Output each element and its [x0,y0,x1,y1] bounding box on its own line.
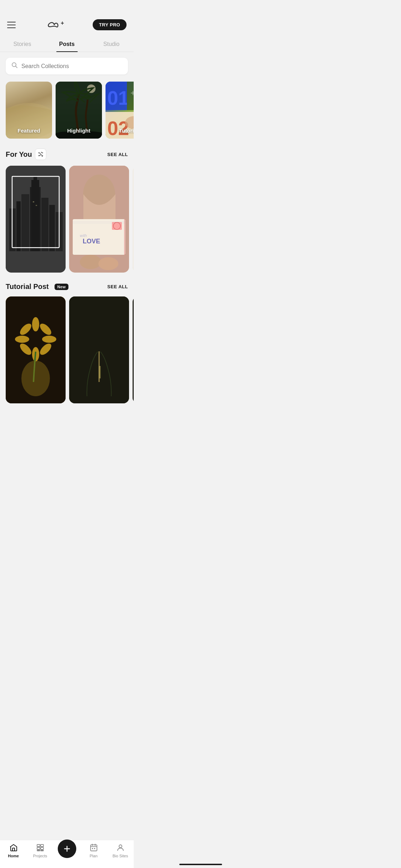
collection-card-featured[interactable]: Featured [6,82,52,139]
search-bar[interactable] [6,58,128,74]
tutorial-title: Tutorial Post New [6,283,68,291]
svg-text:01: 01 [107,87,129,109]
svg-rect-37 [124,219,125,255]
for-you-templates-row: with LOVE [0,166,134,274]
search-icon [11,62,18,70]
svg-point-38 [80,255,101,269]
svg-point-39 [98,257,118,270]
collection-label-tutorial: Tutorial [106,128,134,134]
svg-line-1 [16,66,17,68]
for-you-see-all[interactable]: SEE ALL [107,152,128,157]
svg-point-61 [21,361,50,396]
svg-rect-26 [36,205,37,206]
collection-label-featured: Featured [6,128,52,134]
svg-text:LOVE: LOVE [83,238,100,245]
header: + TRY PRO [0,0,134,35]
svg-rect-74 [133,296,134,403]
search-input[interactable] [21,63,122,69]
tab-studio[interactable]: Studio [89,37,134,52]
menu-icon[interactable] [7,22,16,28]
collection-card-highlight[interactable]: Highlight [56,82,102,139]
for-you-section-header: For You SEE ALL [6,149,128,160]
svg-rect-22 [49,205,55,251]
collections-row: Featured [0,82,134,140]
template-card-sunflower[interactable] [6,296,66,403]
try-pro-button[interactable]: TRY PRO [93,19,127,30]
template-card-city[interactable] [6,166,66,273]
tab-stories[interactable]: Stories [0,37,45,52]
shuffle-button[interactable] [35,149,46,160]
svg-rect-64 [69,296,129,403]
logo-plus-symbol: + [61,20,64,26]
svg-text:+: + [130,88,134,98]
collection-card-tutorial[interactable]: 01 + 02 Tutorial [106,82,134,139]
svg-text:with: with [80,233,87,238]
svg-rect-16 [16,201,21,251]
svg-rect-40 [133,166,134,273]
template-card-mood[interactable]: II Based on My Mood [133,296,134,403]
svg-rect-19 [31,180,39,251]
tabs-bar: Stories Posts Studio [0,35,134,52]
logo-icon [44,20,59,30]
svg-rect-21 [41,198,48,251]
svg-text:I: I [97,362,102,382]
svg-rect-17 [21,194,29,251]
for-you-title: For You [6,149,46,160]
main-content: Featured [0,52,134,440]
svg-point-52 [32,317,39,331]
new-badge: New [55,284,69,290]
template-card-candle[interactable]: I [69,296,129,403]
tutorial-section: Tutorial Post New SEE ALL [6,283,128,405]
svg-point-59 [42,336,56,343]
svg-rect-25 [33,201,34,202]
tutorial-see-all[interactable]: SEE ALL [107,284,128,289]
logo-area: + [44,20,64,30]
svg-rect-20 [34,176,37,187]
collection-label-highlight: Highlight [56,128,102,134]
template-card-love[interactable]: with LOVE [69,166,129,273]
template-card-minimal[interactable] [133,166,134,273]
tab-posts[interactable]: Posts [45,37,89,52]
svg-point-58 [15,336,29,343]
tutorial-section-header: Tutorial Post New SEE ALL [6,283,128,291]
tutorial-templates-row: I II [0,296,134,405]
